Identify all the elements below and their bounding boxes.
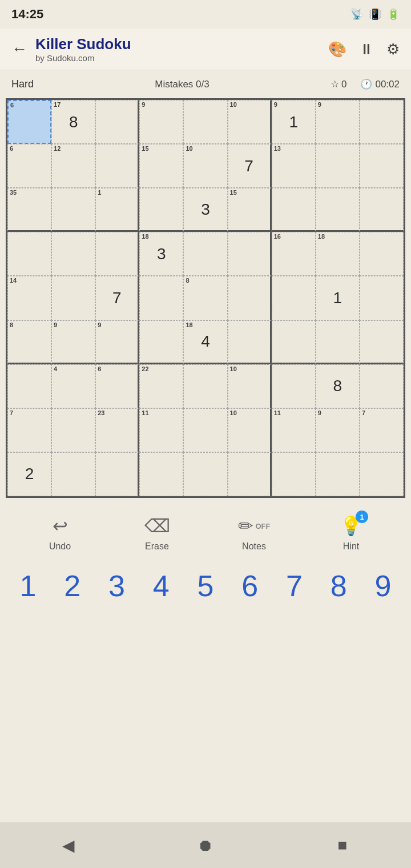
- cell[interactable]: 23: [95, 408, 139, 452]
- number-button-7[interactable]: 7: [274, 569, 314, 603]
- cell[interactable]: [360, 452, 404, 496]
- cell[interactable]: 14: [7, 276, 51, 320]
- palette-icon[interactable]: 🎨: [328, 41, 346, 58]
- cell[interactable]: 6: [95, 364, 139, 408]
- cell[interactable]: [139, 188, 183, 232]
- number-button-5[interactable]: 5: [186, 569, 225, 603]
- cell[interactable]: 9: [139, 100, 183, 144]
- cell[interactable]: [272, 276, 316, 320]
- cell[interactable]: 8: [7, 320, 51, 364]
- cell[interactable]: [360, 276, 404, 320]
- cell[interactable]: [183, 100, 227, 144]
- cell[interactable]: 8: [316, 364, 360, 408]
- cell[interactable]: [183, 364, 227, 408]
- hint-button[interactable]: 💡 1 Hint: [323, 515, 380, 552]
- cell[interactable]: 9: [316, 100, 360, 144]
- cell[interactable]: 15: [228, 188, 272, 232]
- cell[interactable]: 15: [139, 144, 183, 188]
- cell[interactable]: [183, 408, 227, 452]
- erase-button[interactable]: ⌫ Erase: [128, 515, 186, 552]
- cell[interactable]: 11: [272, 408, 316, 452]
- cell[interactable]: [51, 232, 95, 276]
- cell[interactable]: 9: [316, 408, 360, 452]
- number-button-1[interactable]: 1: [8, 569, 48, 603]
- number-button-9[interactable]: 9: [363, 569, 403, 603]
- cell[interactable]: 3: [183, 188, 227, 232]
- cell[interactable]: [228, 320, 272, 364]
- number-button-2[interactable]: 2: [53, 569, 92, 603]
- cell[interactable]: 8: [183, 276, 227, 320]
- cell[interactable]: 16: [272, 232, 316, 276]
- back-button[interactable]: ←: [11, 40, 27, 58]
- cell[interactable]: 18: [316, 232, 360, 276]
- cell[interactable]: [95, 144, 139, 188]
- cell[interactable]: [360, 320, 404, 364]
- cell[interactable]: [360, 364, 404, 408]
- cell[interactable]: [139, 452, 183, 496]
- cell[interactable]: [272, 320, 316, 364]
- cell[interactable]: 178: [51, 100, 95, 144]
- pause-icon[interactable]: ⏸: [359, 41, 374, 58]
- cell[interactable]: 1: [316, 276, 360, 320]
- cell[interactable]: 7: [228, 144, 272, 188]
- cell[interactable]: [272, 452, 316, 496]
- cell[interactable]: 183: [139, 232, 183, 276]
- number-button-6[interactable]: 6: [230, 569, 270, 603]
- cell[interactable]: 11: [139, 408, 183, 452]
- nav-recents-button[interactable]: ■: [325, 836, 360, 854]
- cell[interactable]: 4: [51, 364, 95, 408]
- cell[interactable]: 13: [272, 144, 316, 188]
- nav-back-button[interactable]: ◀: [51, 836, 86, 855]
- cell[interactable]: [316, 452, 360, 496]
- cell[interactable]: 7: [7, 408, 51, 452]
- cell[interactable]: 9: [95, 320, 139, 364]
- cell[interactable]: [316, 188, 360, 232]
- cell[interactable]: [51, 188, 95, 232]
- cell[interactable]: [228, 232, 272, 276]
- nav-home-button[interactable]: ⏺: [188, 836, 223, 855]
- cell[interactable]: [95, 100, 139, 144]
- cell[interactable]: 12: [51, 144, 95, 188]
- cell[interactable]: 35: [7, 188, 51, 232]
- cell[interactable]: [228, 276, 272, 320]
- cell[interactable]: [360, 232, 404, 276]
- cell[interactable]: [272, 188, 316, 232]
- cell[interactable]: [7, 232, 51, 276]
- cell[interactable]: 7: [95, 276, 139, 320]
- cell[interactable]: 2: [7, 452, 51, 496]
- number-button-3[interactable]: 3: [96, 569, 136, 603]
- cell[interactable]: [360, 100, 404, 144]
- cell[interactable]: 22: [139, 364, 183, 408]
- cell[interactable]: [228, 452, 272, 496]
- cell[interactable]: 10: [183, 144, 227, 188]
- cell[interactable]: 6: [7, 144, 51, 188]
- cell[interactable]: 6: [7, 100, 51, 144]
- number-button-4[interactable]: 4: [141, 569, 181, 603]
- cell[interactable]: [272, 364, 316, 408]
- cell[interactable]: [95, 232, 139, 276]
- cell[interactable]: 1: [95, 188, 139, 232]
- undo-button[interactable]: ↩ Undo: [31, 515, 88, 552]
- cell[interactable]: [51, 408, 95, 452]
- cell[interactable]: [7, 364, 51, 408]
- cell[interactable]: [183, 232, 227, 276]
- cell[interactable]: [316, 320, 360, 364]
- cell[interactable]: 7: [360, 408, 404, 452]
- cell[interactable]: 10: [228, 100, 272, 144]
- cell[interactable]: [360, 188, 404, 232]
- cell[interactable]: 91: [272, 100, 316, 144]
- cell[interactable]: 184: [183, 320, 227, 364]
- sudoku-grid[interactable]: 6178910919612151071335131518316181478189…: [6, 98, 405, 498]
- cell[interactable]: 10: [228, 408, 272, 452]
- cell[interactable]: [95, 452, 139, 496]
- notes-button[interactable]: ✏ OFF Notes: [225, 515, 283, 552]
- cell[interactable]: [360, 144, 404, 188]
- cell[interactable]: 10: [228, 364, 272, 408]
- cell[interactable]: [139, 320, 183, 364]
- number-button-8[interactable]: 8: [319, 569, 358, 603]
- cell[interactable]: [183, 452, 227, 496]
- cell[interactable]: 9: [51, 320, 95, 364]
- cell[interactable]: [51, 276, 95, 320]
- cell[interactable]: [316, 144, 360, 188]
- cell[interactable]: [139, 276, 183, 320]
